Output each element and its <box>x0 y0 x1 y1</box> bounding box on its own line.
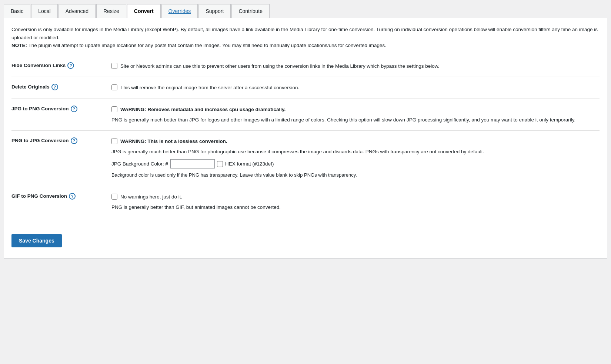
save-changes-button[interactable]: Save Changes <box>11 234 62 247</box>
checkbox-row-jpg-to-png: WARNING: Removes metadata and increases … <box>111 106 596 114</box>
help-icon-delete-originals[interactable]: ? <box>51 84 58 90</box>
checkbox-gif-to-png[interactable] <box>111 194 117 200</box>
checkbox-label-gif-to-png: No warnings here, just do it. <box>120 193 182 201</box>
settings-label-jpg-to-png: JPG to PNG Conversion? <box>11 98 108 130</box>
checkbox-row-png-to-jpg: WARNING: This is not a lossless conversi… <box>111 137 596 146</box>
help-icon-hide-conversion-links[interactable]: ? <box>67 62 74 69</box>
settings-label-png-to-jpg: PNG to JPG Conversion? <box>11 131 108 186</box>
jpg-bg-row: JPG Background Color: #HEX format (#123d… <box>111 159 596 168</box>
warning-text-png-to-jpg: WARNING: This is not a lossless conversi… <box>120 138 227 144</box>
settings-value-gif-to-png: No warnings here, just do it.PNG is gene… <box>108 186 600 218</box>
hex-format-checkbox[interactable] <box>217 161 223 167</box>
page-wrapper: BasicLocalAdvancedResizeConvertOverrides… <box>0 0 611 364</box>
settings-value-hide-conversion-links: Site or Network admins can use this to p… <box>108 56 600 77</box>
settings-row-hide-conversion-links: Hide Conversion Links?Site or Network ad… <box>11 56 600 77</box>
settings-row-delete-originals: Delete Originals?This will remove the or… <box>11 77 600 99</box>
intro-line2: The plugin will attempt to update image … <box>27 43 386 48</box>
checkbox-hide-conversion-links[interactable] <box>111 63 117 69</box>
checkbox-row-delete-originals: This will remove the original image from… <box>111 84 596 92</box>
settings-row-jpg-to-png: JPG to PNG Conversion?WARNING: Removes m… <box>11 98 600 130</box>
settings-value-png-to-jpg: WARNING: This is not a lossless conversi… <box>108 131 600 186</box>
tab-basic[interactable]: Basic <box>4 4 30 18</box>
checkbox-label-hide-conversion-links: Site or Network admins can use this to p… <box>120 62 439 70</box>
checkbox-label-png-to-jpg: WARNING: This is not a lossless conversi… <box>120 137 227 146</box>
jpg-bg-input[interactable] <box>170 159 215 168</box>
checkbox-row-gif-to-png: No warnings here, just do it. <box>111 193 596 201</box>
tabs-container: BasicLocalAdvancedResizeConvertOverrides… <box>4 4 607 18</box>
description-jpg-to-png: PNG is generally much better than JPG fo… <box>111 116 596 124</box>
warning-text-jpg-to-png: WARNING: Removes metadata and increases … <box>120 107 286 112</box>
settings-table: Hide Conversion Links?Site or Network ad… <box>11 56 600 218</box>
settings-row-gif-to-png: GIF to PNG Conversion?No warnings here, … <box>11 186 600 218</box>
settings-value-delete-originals: This will remove the original image from… <box>108 77 600 99</box>
settings-label-hide-conversion-links: Hide Conversion Links? <box>11 56 108 77</box>
checkbox-label-delete-originals: This will remove the original image from… <box>120 84 299 92</box>
tab-local[interactable]: Local <box>31 4 57 18</box>
description-png-to-jpg: JPG is generally much better than PNG fo… <box>111 148 596 156</box>
tab-convert[interactable]: Convert <box>127 4 161 18</box>
help-icon-gif-to-png[interactable]: ? <box>69 193 76 200</box>
checkbox-label-jpg-to-png: WARNING: Removes metadata and increases … <box>120 106 286 114</box>
intro-note-label: NOTE: <box>11 43 27 48</box>
tab-advanced[interactable]: Advanced <box>59 4 96 18</box>
help-icon-jpg-to-png[interactable]: ? <box>71 106 77 112</box>
tab-contribute[interactable]: Contribute <box>231 4 270 18</box>
tab-overrides[interactable]: Overrides <box>161 4 198 18</box>
settings-label-gif-to-png: GIF to PNG Conversion? <box>11 186 108 218</box>
settings-row-png-to-jpg: PNG to JPG Conversion?WARNING: This is n… <box>11 131 600 186</box>
intro-text: Conversion is only available for images … <box>11 26 600 50</box>
settings-label-delete-originals: Delete Originals? <box>11 77 108 99</box>
checkbox-delete-originals[interactable] <box>111 84 117 90</box>
settings-value-jpg-to-png: WARNING: Removes metadata and increases … <box>108 98 600 130</box>
hex-format-label: HEX format (#123def) <box>225 160 274 168</box>
checkbox-jpg-to-png[interactable] <box>111 106 117 112</box>
tab-resize[interactable]: Resize <box>96 4 126 18</box>
checkbox-row-hide-conversion-links: Site or Network admins can use this to p… <box>111 62 596 70</box>
jpg-bg-label: JPG Background Color: # <box>111 160 168 168</box>
checkbox-png-to-jpg[interactable] <box>111 138 117 144</box>
help-icon-png-to-jpg[interactable]: ? <box>71 137 77 144</box>
content-area: Conversion is only available for images … <box>4 18 607 259</box>
description-gif-to-png: PNG is generally better than GIF, but an… <box>111 203 596 211</box>
tab-support[interactable]: Support <box>198 4 231 18</box>
intro-line1: Conversion is only available for images … <box>11 27 598 40</box>
jpg-bg-hint: Background color is used only if the PNG… <box>111 171 596 179</box>
save-section: Save Changes <box>11 229 600 247</box>
